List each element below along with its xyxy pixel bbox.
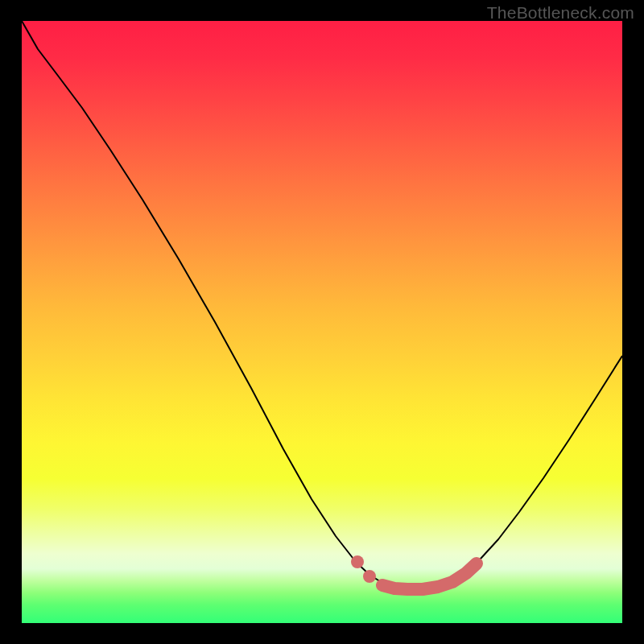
chart-plot-area bbox=[22, 21, 622, 623]
highlight-dot bbox=[351, 555, 364, 568]
highlight-dot bbox=[363, 570, 376, 583]
chart-svg bbox=[22, 21, 622, 623]
optimal-range-highlight bbox=[382, 564, 477, 589]
watermark-text: TheBottleneck.com bbox=[487, 3, 634, 23]
chart-frame: TheBottleneck.com bbox=[0, 0, 644, 644]
bottleneck-curve bbox=[22, 21, 622, 588]
